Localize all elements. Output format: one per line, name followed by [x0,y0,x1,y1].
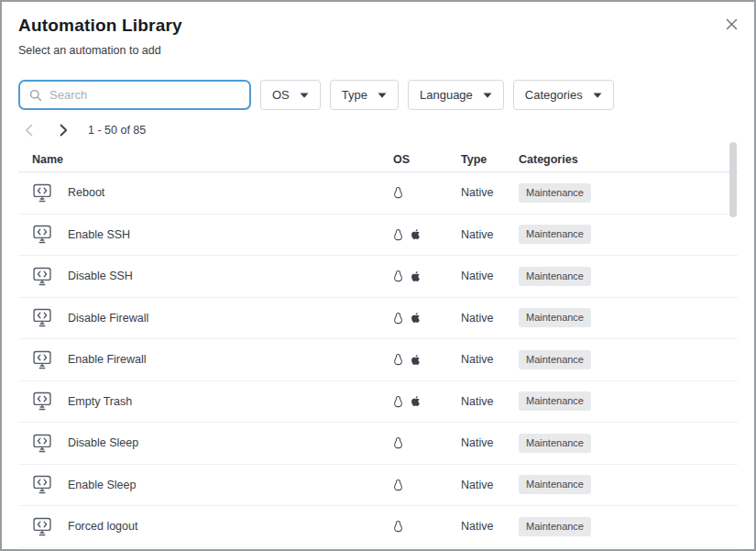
automations-table: Name OS Type Categories Reboot Native [18,148,738,548]
table-body: Reboot Native Maintenance Enable SSH Nat [18,172,738,548]
linux-icon [393,186,403,199]
chevron-right-icon [60,124,68,137]
automation-name: Enable SSH [68,228,130,241]
table-row[interactable]: Empty Trash Native Maintenance [18,381,738,424]
table-row[interactable]: Enable Firewall Native Maintenance [18,339,738,381]
linux-icon [393,312,403,325]
automation-type: Native [461,520,519,533]
page-subtitle: Select an automation to add [18,44,738,57]
apple-icon [410,394,422,408]
category-badge: Maintenance [519,225,591,244]
column-header-type: Type [461,153,519,166]
apple-icon [410,311,422,325]
automation-name: Disable Firewall [68,312,148,325]
column-header-os: OS [393,153,461,166]
automation-name: Disable Sleep [68,436,138,449]
category-badge: Maintenance [519,183,591,203]
category-badge: Maintenance [519,517,591,536]
next-page-button[interactable] [53,121,73,139]
table-row[interactable]: Disable SSH Native Maintenance [18,256,738,298]
apple-icon [410,353,422,367]
language-filter-label: Language [420,88,473,102]
os-icons [393,520,461,533]
code-monitor-icon [32,350,52,369]
table-row[interactable]: Disable Firewall Native Maintenance [18,298,738,340]
type-filter-label: Type [342,88,367,102]
linux-icon [393,520,403,533]
chevron-down-icon [378,93,387,98]
close-icon [726,18,738,30]
table-row[interactable]: Reboot Native Maintenance [18,172,738,215]
chevron-down-icon [593,93,602,98]
linux-icon [393,436,403,449]
modal-header: Automation Library Select an automation … [2,2,754,57]
linux-icon [393,270,403,282]
code-monitor-icon [32,308,52,327]
code-monitor-icon [32,434,52,453]
os-icons [393,394,461,408]
scrollbar-thumb[interactable] [729,142,737,217]
previous-page-button[interactable] [18,121,38,139]
column-header-name: Name [32,153,393,166]
automation-name: Reboot [68,186,104,199]
automation-name: Enable Sleep [68,479,136,491]
table-row[interactable]: Forced logout Native Maintenance [18,506,738,548]
os-icons [393,186,461,199]
automation-type: Native [461,479,519,491]
os-icons [393,479,461,491]
table-row[interactable]: Enable Sleep Native Maintenance [18,465,738,507]
automation-type: Native [461,186,519,199]
os-icons [393,436,461,449]
category-badge: Maintenance [519,350,591,369]
automation-type: Native [461,228,519,241]
automation-name: Enable Firewall [68,353,146,366]
automation-name: Forced logout [68,520,137,533]
chevron-down-icon [483,93,492,98]
table-row[interactable]: Disable Sleep Native Maintenance [18,423,738,465]
automation-name: Empty Trash [68,395,132,408]
code-monitor-icon [32,517,52,536]
linux-icon [393,395,403,408]
category-badge: Maintenance [519,267,591,286]
os-icons [393,270,461,283]
code-monitor-icon [32,267,52,286]
automation-type: Native [461,312,519,325]
apple-icon [410,227,422,241]
automation-library-modal: Automation Library Select an automation … [0,0,756,551]
type-filter-dropdown[interactable]: Type [330,80,399,110]
close-button[interactable] [723,16,740,32]
linux-icon [393,479,403,491]
search-box[interactable] [18,80,251,110]
os-filter-label: OS [272,88,290,102]
code-monitor-icon [32,183,52,203]
os-icons [393,311,461,325]
categories-filter-dropdown[interactable]: Categories [513,80,614,110]
chevron-left-icon [25,124,33,137]
table-row[interactable]: Enable SSH Native Maintenance [18,215,738,257]
category-badge: Maintenance [519,434,591,453]
code-monitor-icon [32,225,52,244]
search-input[interactable] [49,88,240,102]
category-badge: Maintenance [519,475,591,494]
os-filter-dropdown[interactable]: OS [260,80,321,110]
automation-type: Native [461,353,519,366]
linux-icon [393,228,403,241]
automation-type: Native [461,436,519,449]
automation-type: Native [461,395,519,408]
language-filter-dropdown[interactable]: Language [408,80,504,110]
page-title: Automation Library [18,16,738,36]
apple-icon [410,270,422,283]
chevron-down-icon [300,93,309,98]
os-icons [393,353,461,367]
categories-filter-label: Categories [525,88,583,102]
pagination-range: 1 - 50 of 85 [88,124,146,137]
linux-icon [393,353,403,366]
search-icon [29,89,42,102]
code-monitor-icon [32,391,52,411]
category-badge: Maintenance [519,391,591,411]
automation-type: Native [461,270,519,282]
filter-toolbar: OS Type Language Categories [18,80,738,110]
category-badge: Maintenance [519,308,591,327]
table-header: Name OS Type Categories [18,148,738,172]
column-header-categories: Categories [519,153,738,166]
